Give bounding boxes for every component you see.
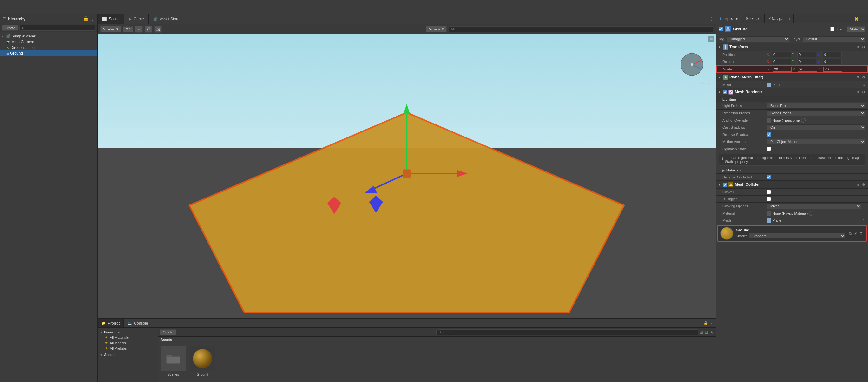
material-maximize-icon[interactable]: ⤢ — [853, 232, 858, 236]
inspector-lock-icon[interactable]: 🔒 — [854, 16, 859, 21]
favorites-item-models[interactable]: ★ All Models — [100, 340, 156, 346]
hierarchy-menu-icon[interactable]: ⋮ — [90, 16, 95, 22]
mesh-filter-settings-icon[interactable]: ⚙ — [861, 75, 866, 79]
star-icon-models: ★ — [105, 341, 108, 345]
tab-navigation[interactable]: ✕ Navigation — [765, 14, 794, 23]
hierarchy-item-directional-light[interactable]: ☀ Directional Light — [0, 45, 97, 51]
mesh-collider-settings-icon[interactable]: ⚙ — [861, 183, 866, 187]
cooking-options-pick[interactable]: ⊙ — [862, 204, 865, 208]
fx-toggle-button[interactable]: 🖼 — [154, 26, 162, 33]
ground-material-item[interactable]: Ground Shader Standard ⧉ ⤢ ⚙ — [717, 225, 867, 242]
collider-material-row: Material None (Physic Material) — [716, 210, 868, 217]
cooking-options-dropdown[interactable]: Mixed ... — [767, 203, 861, 209]
tab-asset-store[interactable]: 🛒 Asset Store — [149, 14, 184, 24]
dynamic-occluded-checkbox[interactable] — [767, 175, 771, 179]
bottom-lock-icon[interactable]: 🔒 — [703, 321, 708, 325]
hierarchy-lock-area: 🔒 ⋮ — [83, 16, 95, 22]
tab-game[interactable]: ▶ Game — [124, 14, 149, 24]
scene-search-input[interactable] — [448, 26, 713, 32]
motion-vectors-dropdown[interactable]: Per Object Motion — [767, 139, 865, 145]
hierarchy-lock-icon[interactable]: 🔒 — [83, 16, 89, 22]
collider-mesh-pick[interactable]: ⊙ — [863, 218, 865, 222]
project-list-view-icon[interactable]: ⊞ — [700, 330, 703, 335]
mesh-renderer-settings-icon[interactable]: ⚙ — [861, 90, 866, 94]
project-search-input[interactable] — [436, 329, 698, 335]
shading-dropdown[interactable]: Shaded ▾ — [100, 26, 121, 32]
mesh-filter-pick-icon[interactable]: ⊙ — [863, 83, 865, 87]
tag-dropdown[interactable]: Untagged — [727, 36, 789, 42]
mesh-renderer-enabled-checkbox[interactable] — [723, 90, 727, 94]
hierarchy-scene-root[interactable]: ▼ 🎬 SampleScene* — [0, 33, 97, 39]
hierarchy-search-input[interactable] — [19, 25, 95, 31]
is-trigger-checkbox[interactable] — [767, 197, 771, 201]
scene-minimize-icon[interactable]: − — [703, 17, 705, 21]
bottom-tabs: 📁 Project 💻 Console 🔒 ⋮ — [98, 319, 716, 328]
hierarchy-item-main-camera[interactable]: 📷 Main Camera — [0, 39, 97, 45]
project-star-icon[interactable]: ★ — [710, 330, 714, 335]
rot-y-input[interactable] — [797, 59, 816, 64]
assets-header[interactable]: ▼ Assets — [100, 352, 156, 357]
inspector-menu-icon[interactable]: ⋮ — [860, 16, 865, 22]
scene-tabs: ⬜ Scene ▶ Game 🛒 Asset Store − □ ⋮ — [98, 14, 716, 24]
material-settings-icon[interactable]: ⚙ — [859, 232, 864, 236]
pos-y-input[interactable] — [797, 52, 816, 57]
gizmos-dropdown[interactable]: Gizmos ▾ — [426, 26, 446, 32]
layer-dropdown[interactable]: Default — [803, 36, 865, 42]
receive-shadows-checkbox[interactable] — [767, 133, 771, 137]
scene-maximize-icon[interactable]: □ — [706, 17, 708, 21]
tab-inspector[interactable]: ℹ Inspector — [716, 14, 742, 23]
pos-z-input[interactable] — [823, 52, 842, 57]
collider-material-pick[interactable] — [809, 211, 813, 215]
light-probes-dropdown[interactable]: Blend Probes — [767, 103, 865, 109]
tab-console[interactable]: 💻 Console — [124, 319, 152, 327]
convex-checkbox[interactable] — [767, 190, 771, 194]
favorites-header[interactable]: ▼ Favorites — [100, 330, 156, 335]
materials-header[interactable]: ▶ Materials — [716, 167, 868, 174]
asset-ground-material[interactable]: Ground — [190, 346, 215, 376]
scale-y-input[interactable]: 20 — [798, 67, 817, 72]
tab-project[interactable]: 📁 Project — [98, 319, 124, 327]
transform-component-header[interactable]: ▼ Transform ⧉ ⚙ — [716, 43, 868, 51]
static-checkbox[interactable] — [830, 27, 834, 31]
anchor-override-pick[interactable] — [801, 118, 806, 123]
2d-button[interactable]: 2D — [123, 26, 133, 32]
tab-services[interactable]: Services — [742, 14, 765, 23]
object-enabled-checkbox[interactable] — [719, 27, 723, 31]
scale-x-input[interactable]: 20 — [773, 67, 792, 72]
reflection-probes-dropdown[interactable]: Blend Probes — [767, 110, 865, 116]
project-create-button[interactable]: Create — [160, 329, 176, 335]
scale-z-input[interactable]: 20 — [823, 67, 842, 72]
mesh-collider-component-header[interactable]: ▼ Mesh Collider ⧉ ⚙ — [716, 181, 868, 188]
mesh-filter-copy-icon[interactable]: ⧉ — [856, 75, 860, 79]
rot-z-input[interactable] — [823, 59, 842, 64]
tab-scene[interactable]: ⬜ Scene — [98, 14, 124, 24]
mesh-renderer-component-header[interactable]: ▼ Mesh Renderer ⧉ ⚙ — [716, 88, 868, 96]
mesh-collider-copy-icon[interactable]: ⧉ — [856, 183, 860, 187]
static-dropdown[interactable]: Static — [847, 26, 865, 32]
hierarchy-create-button[interactable]: Create — [2, 25, 18, 31]
material-copy-icon[interactable]: ⧉ — [848, 232, 852, 236]
scene-menu-icon[interactable]: ⋮ — [709, 17, 713, 21]
audio-toggle-button[interactable]: 🔊 — [145, 26, 152, 33]
info-icon: ℹ — [721, 156, 723, 161]
transform-copy-icon[interactable]: ⧉ — [856, 45, 860, 49]
hierarchy-item-ground[interactable]: ◼ Ground — [0, 51, 97, 56]
rot-x-input[interactable] — [772, 59, 791, 64]
lighting-toggle-button[interactable]: ☼ — [135, 26, 143, 33]
scene-viewport[interactable]: X Y Z < Persp ⊞ — [98, 34, 716, 319]
bottom-menu-icon[interactable]: ⋮ — [709, 321, 713, 325]
asset-scenes[interactable]: Scenes — [160, 346, 186, 376]
favorites-item-materials[interactable]: ★ All Materials — [100, 335, 156, 340]
project-filter-icon[interactable]: ⊟ — [705, 330, 708, 335]
shader-dropdown[interactable]: Standard — [749, 233, 845, 239]
inspector-scroll-area[interactable]: ▼ Transform ⧉ ⚙ Position X Y — [716, 43, 868, 382]
scene-corner-button[interactable]: ⊞ — [708, 35, 714, 42]
mesh-filter-component-header[interactable]: ▼ Plane (Mesh Filter) ⧉ ⚙ — [716, 74, 868, 81]
mesh-renderer-copy-icon[interactable]: ⧉ — [856, 90, 860, 94]
lightmap-static-checkbox[interactable] — [767, 147, 771, 151]
pos-x-input[interactable] — [772, 52, 791, 57]
cast-shadows-dropdown[interactable]: On — [767, 124, 865, 130]
transform-settings-icon[interactable]: ⚙ — [861, 45, 866, 49]
mesh-collider-enabled-checkbox[interactable] — [723, 183, 727, 187]
favorites-item-prefabs[interactable]: ★ All Prefabs — [100, 346, 156, 351]
